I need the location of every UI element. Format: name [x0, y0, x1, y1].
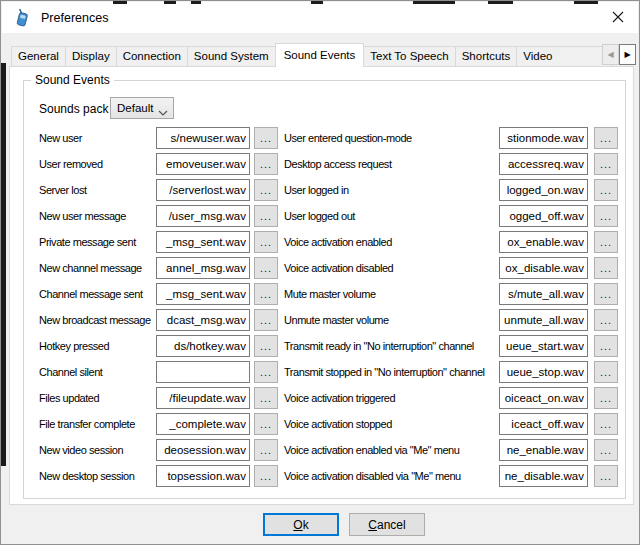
event-label: Channel silent [39, 366, 156, 378]
browse-button[interactable]: ... [594, 413, 618, 435]
browse-button[interactable]: ... [254, 309, 278, 331]
browse-button[interactable]: ... [594, 231, 618, 253]
browse-button[interactable]: ... [254, 335, 278, 357]
sound-file-input[interactable] [156, 465, 250, 487]
sound-file-input[interactable] [156, 439, 250, 461]
sound-file-input[interactable] [156, 257, 250, 279]
sound-file-input[interactable] [156, 309, 250, 331]
event-label: New user [39, 132, 156, 144]
event-label: Voice activation stopped [284, 418, 499, 430]
browse-button[interactable]: ... [594, 153, 618, 175]
sound-file-input[interactable] [156, 127, 250, 149]
event-label: User removed [39, 158, 156, 170]
sound-file-input[interactable] [499, 205, 588, 227]
browse-button[interactable]: ... [254, 283, 278, 305]
titlebar: Preferences [2, 2, 638, 33]
sound-file-input[interactable] [499, 127, 588, 149]
background-window-sliver [1, 63, 6, 466]
browse-button[interactable]: ... [594, 361, 618, 383]
sound-file-input[interactable] [156, 283, 250, 305]
sound-file-input[interactable] [499, 413, 588, 435]
sound-events-group: Sound Events Sounds pack Default New use… [23, 80, 626, 499]
browse-button[interactable]: ... [254, 413, 278, 435]
browse-button[interactable]: ... [594, 257, 618, 279]
tab-general[interactable]: General [11, 46, 66, 66]
close-button[interactable] [603, 5, 633, 30]
sound-file-input[interactable] [156, 361, 250, 383]
event-label: Voice activation enabled via "Me" menu [284, 444, 499, 456]
sound-file-input[interactable] [499, 361, 588, 383]
tab-video[interactable]: Video [516, 46, 613, 66]
sound-file-input[interactable] [499, 335, 588, 357]
sound-file-input[interactable] [499, 309, 588, 331]
sound-file-input[interactable] [499, 439, 588, 461]
event-label: New video session [39, 444, 156, 456]
background-window-fragment [574, 1, 598, 4]
tab-scroll-buttons: ◀ ▶ [602, 44, 636, 65]
browse-button[interactable]: ... [254, 231, 278, 253]
tab-text-to-speech[interactable]: Text To Speech [363, 46, 455, 66]
tab-connection[interactable]: Connection [116, 46, 188, 66]
event-label: Server lost [39, 184, 156, 196]
sound-file-input[interactable] [499, 257, 588, 279]
browse-button[interactable]: ... [254, 387, 278, 409]
event-label: Files updated [39, 392, 156, 404]
event-label: New channel message [39, 262, 156, 274]
event-label: User entered question-mode [284, 132, 499, 144]
sound-file-input[interactable] [156, 231, 250, 253]
sound-file-input[interactable] [156, 179, 250, 201]
sound-file-input[interactable] [499, 283, 588, 305]
browse-button[interactable]: ... [254, 205, 278, 227]
tab-sound-events[interactable]: Sound Events [275, 43, 365, 67]
event-label: Desktop access request [284, 158, 499, 170]
tab-pane: Sound Events Sounds pack Default New use… [9, 66, 634, 505]
event-label: Mute master volume [284, 288, 499, 300]
sounds-pack-select[interactable]: Default [110, 97, 174, 119]
browse-button[interactable]: ... [594, 387, 618, 409]
event-label: New user message [39, 210, 156, 222]
sound-file-input[interactable] [156, 335, 250, 357]
browse-button[interactable]: ... [254, 465, 278, 487]
tab-sound-system[interactable]: Sound System [187, 46, 276, 66]
browse-button[interactable]: ... [594, 205, 618, 227]
event-label: Voice activation disabled via "Me" menu [284, 470, 499, 482]
browse-button[interactable]: ... [594, 309, 618, 331]
browse-button[interactable]: ... [254, 257, 278, 279]
sound-file-input[interactable] [499, 465, 588, 487]
sound-file-input[interactable] [499, 179, 588, 201]
event-label: Voice activation enabled [284, 236, 499, 248]
sound-file-input[interactable] [156, 387, 250, 409]
background-window-fragment [191, 1, 201, 4]
sound-file-input[interactable] [499, 153, 588, 175]
sound-file-input[interactable] [499, 387, 588, 409]
tab-shortcuts[interactable]: Shortcuts [455, 46, 518, 66]
browse-button[interactable]: ... [594, 127, 618, 149]
browse-button[interactable]: ... [254, 439, 278, 461]
background-window-fragment [488, 1, 513, 4]
browse-button[interactable]: ... [254, 179, 278, 201]
walkie-talkie-icon [13, 8, 32, 27]
event-label: Private message sent [39, 236, 156, 248]
browse-button[interactable]: ... [254, 153, 278, 175]
browse-button[interactable]: ... [594, 335, 618, 357]
browse-button[interactable]: ... [594, 465, 618, 487]
sound-file-input[interactable] [156, 153, 250, 175]
tab-bar: GeneralDisplayConnectionSound SystemSoun… [11, 43, 612, 66]
browse-button[interactable]: ... [594, 179, 618, 201]
sound-file-input[interactable] [499, 231, 588, 253]
ok-button[interactable]: Ok [263, 513, 339, 536]
browse-button[interactable]: ... [594, 439, 618, 461]
cancel-button[interactable]: Cancel [349, 513, 425, 536]
event-label: File transfer complete [39, 418, 156, 430]
tab-display[interactable]: Display [65, 46, 117, 66]
sound-file-input[interactable] [156, 413, 250, 435]
event-label: User logged out [284, 210, 499, 222]
browse-button[interactable]: ... [254, 127, 278, 149]
arrow-right-icon: ▶ [624, 50, 630, 59]
tab-scroll-left-button[interactable]: ◀ [602, 44, 619, 65]
browse-button[interactable]: ... [254, 361, 278, 383]
event-label: Channel message sent [39, 288, 156, 300]
tab-scroll-right-button[interactable]: ▶ [619, 44, 636, 65]
browse-button[interactable]: ... [594, 283, 618, 305]
sound-file-input[interactable] [156, 205, 250, 227]
